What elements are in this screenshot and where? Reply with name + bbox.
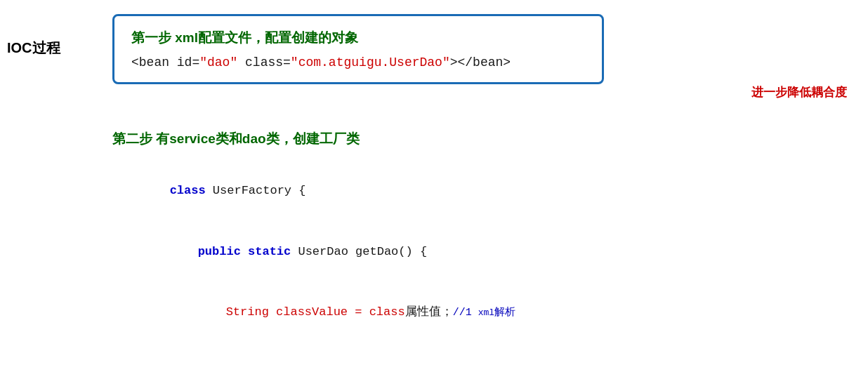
- code-text: [241, 245, 248, 258]
- step1-title: 第一步 xml配置文件，配置创建的对象: [131, 29, 585, 47]
- code-text: UserDao getDao() {: [291, 245, 427, 258]
- code-line-3: String classValue = class属性值；//1 xml解析: [169, 282, 744, 343]
- code-class-value: "com.atguigu.UserDao": [291, 55, 450, 69]
- code-comment-1: //1: [453, 307, 478, 319]
- code-xml-keyword: xml: [478, 307, 494, 318]
- kw-class: class: [170, 184, 206, 197]
- reduce-coupling-label: 进一步降低耦合度: [751, 84, 847, 100]
- page-container: IOC过程 第一步 xml配置文件，配置创建的对象 <bean id="dao"…: [0, 0, 868, 365]
- step1-box: 第一步 xml配置文件，配置创建的对象 <bean id="dao" class…: [112, 14, 604, 84]
- code-bean-close: ></bean>: [450, 55, 511, 69]
- code-line-blank: [112, 343, 744, 364]
- code-line-1: class UserFactory {: [112, 161, 744, 222]
- code-bean-tag: <bean id=: [131, 55, 199, 69]
- ioc-label: IOC过程: [7, 39, 60, 58]
- step2-title: 第二步 有service类和dao类，创建工厂类: [112, 130, 744, 148]
- code-line-2: public static UserDao getDao() {: [140, 222, 744, 283]
- kw-public: public: [198, 245, 241, 258]
- step1-code: <bean id="dao" class="com.atguigu.UserDa…: [131, 55, 585, 69]
- code-class-attr: class=: [237, 55, 291, 69]
- kw-static: static: [248, 245, 291, 258]
- code-comment-1b: 解析: [494, 307, 515, 319]
- code-attr-text: 属性值；: [405, 305, 453, 319]
- code-id-value: "dao": [199, 55, 237, 69]
- code-text: UserFactory {: [206, 184, 306, 197]
- code-block: class UserFactory { public static UserDa…: [112, 161, 744, 365]
- code-string-type: String classValue = class: [226, 305, 405, 319]
- step2-section: 第二步 有service类和dao类，创建工厂类 class UserFacto…: [112, 130, 744, 365]
